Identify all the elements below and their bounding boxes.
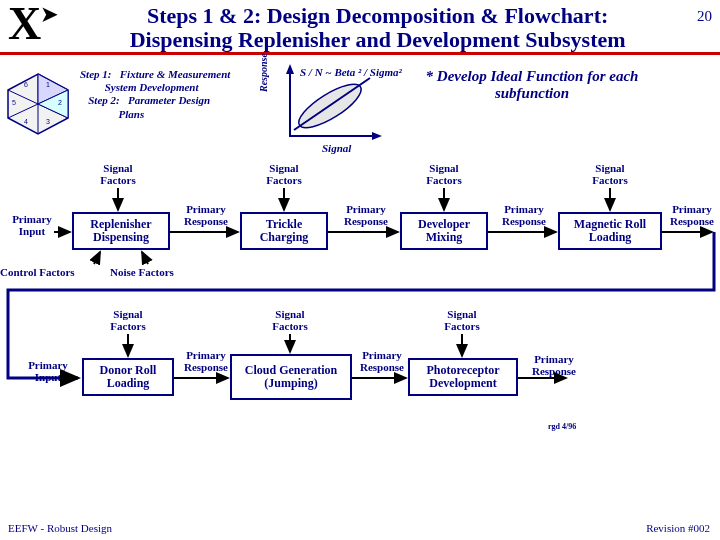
pr-3: Primary Response bbox=[494, 204, 554, 227]
step2-text2: Plans bbox=[119, 108, 145, 120]
page-number: 20 bbox=[697, 8, 712, 25]
svg-text:3: 3 bbox=[46, 118, 50, 125]
ideal-function-note: * Develop Ideal Function for each subfun… bbox=[412, 68, 652, 101]
box-donor-roll-loading: Donor Roll Loading bbox=[82, 358, 174, 396]
pr-6: Primary Response bbox=[352, 350, 412, 373]
svg-marker-12 bbox=[286, 64, 294, 74]
title-line1: Steps 1 & 2: Design Decomposition & Flow… bbox=[147, 3, 608, 28]
svg-text:6: 6 bbox=[24, 81, 28, 88]
noise-factors-label: Noise Factors bbox=[110, 266, 174, 278]
pr-1: Primary Response bbox=[176, 204, 236, 227]
logo: X➤ bbox=[8, 6, 58, 43]
diagram-canvas: 1 2 3 4 5 6 Step 1: Fixture & Measuremen… bbox=[0, 64, 720, 494]
pr-7: Primary Response bbox=[524, 354, 584, 377]
footer-right: Revision #002 bbox=[646, 522, 710, 534]
svg-line-25 bbox=[94, 252, 100, 264]
sf-label-5: Signal Factors bbox=[98, 308, 158, 332]
sf-label-2: Signal Factors bbox=[254, 162, 314, 186]
sf-label-3: Signal Factors bbox=[414, 162, 474, 186]
svg-text:4: 4 bbox=[24, 118, 28, 125]
step1-text2: System Development bbox=[105, 81, 199, 93]
hex-icon: 1 2 3 4 5 6 bbox=[2, 72, 74, 136]
sf-label-4: Signal Factors bbox=[580, 162, 640, 186]
pr-4: Primary Response bbox=[664, 204, 720, 227]
sf-label-6: Signal Factors bbox=[260, 308, 320, 332]
steps-text: Step 1: Fixture & Measurement System Dev… bbox=[80, 68, 230, 121]
page-title: Steps 1 & 2: Design Decomposition & Flow… bbox=[62, 4, 693, 52]
box-trickle-charging: Trickle Charging bbox=[240, 212, 328, 250]
sn-formula: S / N ~ Beta ² / Sigma² bbox=[300, 66, 402, 78]
box-cloud-generation: Cloud Generation (Jumping) bbox=[230, 354, 352, 400]
pr-5: Primary Response bbox=[176, 350, 236, 373]
box-photoreceptor-development: Photoreceptor Development bbox=[408, 358, 518, 396]
sn-ylabel: Response bbox=[258, 53, 269, 92]
svg-line-15 bbox=[294, 78, 370, 130]
svg-text:5: 5 bbox=[12, 99, 16, 106]
step1-label: Step 1: bbox=[80, 68, 111, 80]
sf-label-1: Signal Factors bbox=[88, 162, 148, 186]
logo-dot: ➤ bbox=[41, 3, 58, 25]
small-code: rgd 4/96 bbox=[548, 422, 576, 431]
footer-left: EEFW - Robust Design bbox=[8, 522, 112, 534]
pr-2: Primary Response bbox=[336, 204, 396, 227]
svg-line-26 bbox=[142, 252, 148, 264]
svg-marker-13 bbox=[372, 132, 382, 140]
step1-text1: Fixture & Measurement bbox=[120, 68, 231, 80]
svg-text:1: 1 bbox=[46, 81, 50, 88]
svg-text:2: 2 bbox=[58, 99, 62, 106]
box-magnetic-roll-loading: Magnetic Roll Loading bbox=[558, 212, 662, 250]
title-line2: Dispensing Replenisher and Development S… bbox=[130, 27, 626, 52]
box-developer-mixing: Developer Mixing bbox=[400, 212, 488, 250]
control-factors-label: Control Factors bbox=[0, 266, 75, 278]
box-replenisher-dispensing: Replenisher Dispensing bbox=[72, 212, 170, 250]
step2-label: Step 2: bbox=[88, 94, 119, 106]
pi-2: Primary Input bbox=[18, 360, 78, 383]
sf-label-7: Signal Factors bbox=[432, 308, 492, 332]
sn-xlabel: Signal bbox=[322, 142, 351, 154]
step2-text1: Parameter Design bbox=[128, 94, 210, 106]
pi-1: Primary Input bbox=[2, 214, 62, 237]
logo-x: X bbox=[8, 0, 41, 49]
